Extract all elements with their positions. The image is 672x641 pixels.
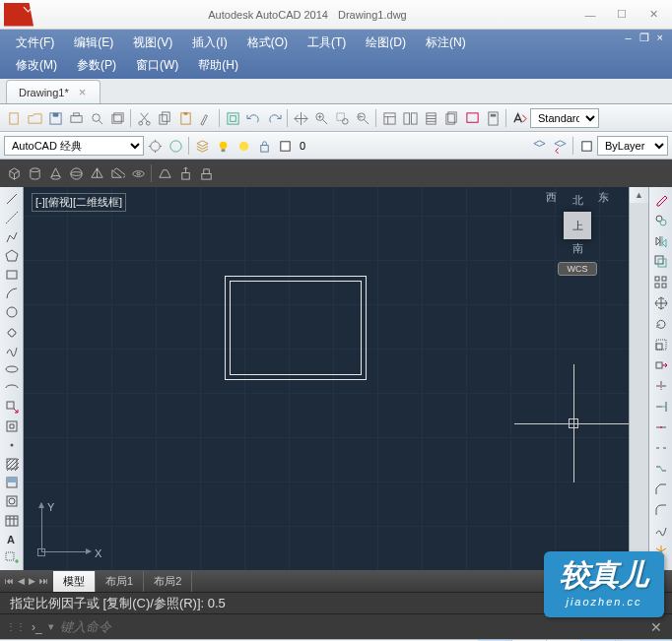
menu-window[interactable]: 窗口(W) bbox=[126, 54, 188, 77]
zoom-prev-icon[interactable] bbox=[353, 108, 372, 128]
cone-icon[interactable] bbox=[45, 163, 65, 183]
workspace-combo[interactable]: AutoCAD 经典 bbox=[4, 136, 144, 156]
menu-insert[interactable]: 插入(I) bbox=[182, 32, 236, 54]
ellipse-icon[interactable] bbox=[3, 361, 21, 377]
region-icon[interactable] bbox=[3, 493, 21, 509]
mdi-restore[interactable]: ❐ bbox=[637, 32, 652, 44]
menu-help[interactable]: 帮助(H) bbox=[188, 54, 248, 77]
join-icon[interactable] bbox=[652, 460, 670, 478]
menu-draw[interactable]: 绘图(D) bbox=[356, 32, 416, 54]
zoom-realtime-icon[interactable] bbox=[311, 108, 331, 128]
mtext-icon[interactable]: A bbox=[3, 532, 21, 547]
scale-icon[interactable] bbox=[652, 336, 670, 353]
copy-icon[interactable] bbox=[155, 108, 174, 128]
publish-icon[interactable] bbox=[107, 108, 127, 128]
wedge-icon[interactable] bbox=[107, 163, 127, 183]
make-block-icon[interactable] bbox=[3, 417, 21, 433]
vertical-scrollbar[interactable]: ▲ ▼ bbox=[629, 187, 648, 570]
zoom-window-icon[interactable] bbox=[332, 108, 352, 128]
block-icon[interactable] bbox=[223, 108, 242, 128]
undo-icon[interactable] bbox=[243, 108, 263, 128]
cylinder-icon[interactable] bbox=[25, 163, 44, 183]
bylayer-color-icon[interactable] bbox=[576, 136, 596, 156]
mdi-minimize[interactable]: – bbox=[622, 32, 634, 44]
layer-color-icon[interactable] bbox=[275, 136, 295, 156]
point-icon[interactable] bbox=[3, 437, 21, 453]
workspace-save-icon[interactable] bbox=[166, 136, 185, 156]
table-icon[interactable] bbox=[3, 512, 21, 528]
drawing-canvas[interactable]: [-][俯视][二维线框] 北 西东 上 南 WCS Y X bbox=[24, 187, 629, 570]
circle-icon[interactable] bbox=[3, 304, 21, 320]
viewcube[interactable]: 北 西东 上 南 WCS bbox=[548, 193, 607, 264]
gradient-icon[interactable] bbox=[3, 475, 21, 490]
insert-block-icon[interactable] bbox=[3, 399, 21, 415]
sphere-icon[interactable] bbox=[66, 163, 86, 183]
minimize-button[interactable]: — bbox=[581, 6, 599, 24]
mdi-close[interactable]: × bbox=[654, 32, 666, 44]
designcenter-icon[interactable] bbox=[400, 108, 420, 128]
arc-icon[interactable] bbox=[3, 286, 21, 301]
calc-icon[interactable] bbox=[483, 108, 503, 128]
menu-file[interactable]: 文件(F) bbox=[6, 32, 64, 54]
save-icon[interactable] bbox=[45, 108, 65, 128]
sheetset-icon[interactable] bbox=[441, 108, 461, 128]
wcs-badge[interactable]: WCS bbox=[558, 262, 597, 276]
rotate-icon[interactable] bbox=[652, 315, 670, 333]
tab-next-icon[interactable]: ▶ bbox=[28, 576, 36, 586]
layout-tab-layout1[interactable]: 布局1 bbox=[96, 571, 144, 592]
viewcube-south[interactable]: 南 bbox=[548, 241, 607, 256]
polyline-icon[interactable] bbox=[3, 228, 21, 244]
menu-dimension[interactable]: 标注(N) bbox=[416, 32, 476, 54]
workspace-settings-icon[interactable] bbox=[145, 136, 165, 156]
box-icon[interactable] bbox=[4, 163, 24, 183]
close-button[interactable]: ✕ bbox=[644, 6, 662, 24]
break-icon[interactable] bbox=[652, 439, 670, 457]
match-icon[interactable] bbox=[196, 108, 216, 128]
layout-tab-model[interactable]: 模型 bbox=[53, 571, 96, 592]
properties-icon[interactable] bbox=[379, 108, 399, 128]
layer-state-icon[interactable] bbox=[529, 136, 549, 156]
torus-icon[interactable] bbox=[128, 163, 148, 183]
layer-bulb-icon[interactable] bbox=[213, 136, 233, 156]
tab-first-icon[interactable]: ⏮ bbox=[4, 576, 15, 586]
presspull-icon[interactable] bbox=[196, 163, 216, 183]
scroll-up-icon[interactable]: ▲ bbox=[630, 187, 648, 203]
close-tab-icon[interactable]: × bbox=[79, 85, 87, 99]
pyramid-icon[interactable] bbox=[87, 163, 106, 183]
addselect-icon[interactable] bbox=[3, 550, 21, 566]
polysolid-icon[interactable] bbox=[155, 163, 174, 183]
pan-icon[interactable] bbox=[291, 108, 310, 128]
stretch-icon[interactable] bbox=[652, 356, 670, 374]
menu-modify[interactable]: 修改(M) bbox=[6, 54, 67, 77]
xline-icon[interactable] bbox=[3, 210, 21, 225]
move-icon[interactable] bbox=[652, 294, 670, 312]
revcloud-icon[interactable] bbox=[3, 323, 21, 339]
blend-icon[interactable] bbox=[652, 522, 670, 540]
chamfer-icon[interactable] bbox=[652, 481, 670, 498]
viewcube-west[interactable]: 西 bbox=[546, 190, 557, 205]
break-point-icon[interactable] bbox=[652, 418, 670, 436]
array-icon[interactable] bbox=[652, 274, 670, 291]
tab-prev-icon[interactable]: ◀ bbox=[17, 576, 26, 586]
extend-icon[interactable] bbox=[652, 398, 670, 416]
mirror-icon[interactable] bbox=[652, 232, 670, 250]
command-input[interactable] bbox=[60, 619, 644, 634]
markup-icon[interactable] bbox=[462, 108, 482, 128]
viewcube-east[interactable]: 东 bbox=[598, 190, 609, 205]
document-tab[interactable]: Drawing1* × bbox=[6, 80, 101, 103]
maximize-button[interactable]: ☐ bbox=[613, 6, 631, 24]
erase-icon[interactable] bbox=[652, 191, 670, 209]
hatch-icon[interactable] bbox=[3, 456, 21, 472]
menu-view[interactable]: 视图(V) bbox=[123, 32, 182, 54]
menu-parametric[interactable]: 参数(P) bbox=[67, 54, 126, 77]
styles-label-icon[interactable] bbox=[509, 108, 529, 128]
paste-icon[interactable] bbox=[175, 108, 195, 128]
command-close-icon[interactable]: ✕ bbox=[650, 619, 662, 635]
copy2-icon[interactable] bbox=[652, 212, 670, 229]
fillet-icon[interactable] bbox=[652, 501, 670, 519]
color-combo[interactable]: ByLayer bbox=[597, 136, 668, 156]
new-icon[interactable] bbox=[4, 108, 24, 128]
extrude-icon[interactable] bbox=[175, 163, 195, 183]
tab-last-icon[interactable]: ⏭ bbox=[38, 576, 49, 586]
viewport-label[interactable]: [-][俯视][二维线框] bbox=[32, 193, 126, 212]
